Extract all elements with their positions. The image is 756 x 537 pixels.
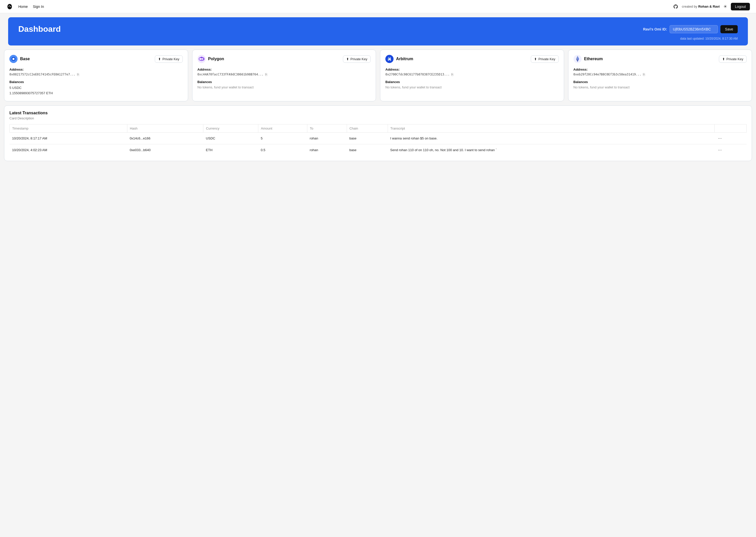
polygon-balance-empty: No tokens, fund your wallet to transact xyxy=(198,85,371,89)
svg-point-3 xyxy=(13,58,15,60)
polygon-logo-icon xyxy=(198,55,206,63)
logout-button[interactable]: Logout xyxy=(731,3,750,10)
tx-timestamp-1: 10/20/2024, 8:17:17 AM xyxy=(10,132,127,144)
arbitrum-balance-empty: No tokens, fund your wallet to transact xyxy=(385,85,559,89)
base-address-value: 0x08217572cC2eE0174145cFE0A1277e7... ⎘ xyxy=(9,72,183,76)
arbitrum-balances-label: Balances xyxy=(385,80,559,84)
wallet-card-ethereum: Ethereum ⬆ Private Key Address: 0xeb29f2… xyxy=(568,50,752,102)
base-private-key-button[interactable]: ⬆ Private Key xyxy=(155,55,183,63)
tx-to-1: rohan xyxy=(307,132,347,144)
dashboard-title: Dashboard xyxy=(18,24,61,34)
col-chain: Chain xyxy=(347,124,388,132)
polygon-address-value: 0xc44A70facC733fFA9dC30661b98B764... ⎘ xyxy=(198,72,371,76)
tx-to-2: rohan xyxy=(307,144,347,156)
tx-actions-1: ··· xyxy=(715,132,747,144)
home-link[interactable]: Home xyxy=(18,5,28,9)
ethereum-balances-label: Balances xyxy=(573,80,747,84)
dashboard-header-top: Dashboard Ravi's Omi ID: Save xyxy=(18,24,738,34)
created-by-label: created by Rohan & Ravi xyxy=(682,5,720,8)
col-hash: Hash xyxy=(127,124,203,132)
ethereum-address-value: 0xeb29f20Cc94e7B8C0Ef3b3c58ea31419... ⎘ xyxy=(573,72,747,76)
upload-icon: ⬆ xyxy=(158,57,161,61)
navbar: Home Sign In created by Rohan & Ravi ☀ L… xyxy=(0,0,756,13)
col-transcript: Transcript xyxy=(388,124,715,132)
wallet-card-header-ethereum: Ethereum ⬆ Private Key xyxy=(573,55,747,63)
transactions-description: Card Description xyxy=(9,116,747,120)
wallet-card-arbitrum: Arbitrum ⬆ Private Key Address: 0x2700Cf… xyxy=(380,50,564,102)
transactions-table-header: Timestamp Hash Currency Amount To Chain … xyxy=(10,124,747,132)
transactions-table: Timestamp Hash Currency Amount To Chain … xyxy=(9,124,747,156)
data-updated-label: data last updated: 10/20/2024, 8:17:30 A… xyxy=(18,37,738,40)
tx-amount-2: 0.5 xyxy=(258,144,307,156)
signin-link[interactable]: Sign In xyxy=(33,5,44,9)
polygon-address-label: Address: xyxy=(198,67,371,71)
col-timestamp: Timestamp xyxy=(10,124,127,132)
svg-point-0 xyxy=(10,6,11,7)
col-amount: Amount xyxy=(258,124,307,132)
tx-more-button-2[interactable]: ··· xyxy=(717,147,723,153)
tx-transcript-1: I wanna send rohan $5 on base. xyxy=(388,132,715,144)
col-to: To xyxy=(307,124,347,132)
wallet-name-row-ethereum: Ethereum xyxy=(573,55,603,63)
base-address-label: Address: xyxy=(9,67,183,71)
polygon-copy-icon[interactable]: ⎘ xyxy=(265,72,267,76)
theme-toggle-button[interactable]: ☀ xyxy=(723,4,727,9)
base-balances-label: Balances xyxy=(9,80,183,84)
omi-id-input[interactable] xyxy=(670,25,718,33)
tx-actions-2: ··· xyxy=(715,144,747,156)
ethereum-private-key-button[interactable]: ⬆ Private Key xyxy=(719,55,747,63)
arbitrum-address-label: Address: xyxy=(385,67,559,71)
tx-more-button-1[interactable]: ··· xyxy=(717,136,723,141)
ethereum-balance-empty: No tokens, fund your wallet to transact xyxy=(573,85,747,89)
tx-amount-1: 5 xyxy=(258,132,307,144)
tx-hash-2: 0xe033...b640 xyxy=(127,144,203,156)
wallet-card-header-arbitrum: Arbitrum ⬆ Private Key xyxy=(385,55,559,63)
tx-hash-1: 0x14c6...e166 xyxy=(127,132,203,144)
upload-icon: ⬆ xyxy=(722,57,725,61)
col-actions xyxy=(715,124,747,132)
wallet-name-row-polygon: Polygon xyxy=(198,55,224,63)
arbitrum-copy-icon[interactable]: ⎘ xyxy=(451,72,453,76)
ethereum-copy-icon[interactable]: ⎘ xyxy=(643,72,645,76)
tx-currency-1: USDC xyxy=(203,132,258,144)
wallet-card-header-base: Base ⬆ Private Key xyxy=(9,55,183,63)
tx-chain-2: base xyxy=(347,144,388,156)
ethereum-logo-icon xyxy=(573,55,582,63)
navbar-right: created by Rohan & Ravi ☀ Logout xyxy=(673,3,750,10)
base-wallet-name: Base xyxy=(20,57,30,61)
polygon-private-key-button[interactable]: ⬆ Private Key xyxy=(343,55,371,63)
upload-icon: ⬆ xyxy=(534,57,537,61)
ethereum-wallet-name: Ethereum xyxy=(584,57,603,61)
wallet-cards-grid: Base ⬆ Private Key Address: 0x08217572cC… xyxy=(4,50,752,102)
omi-id-label: Ravi's Omi ID: xyxy=(643,27,667,31)
polygon-wallet-name: Polygon xyxy=(208,57,224,61)
arbitrum-address-value: 0x2700Cfdc98C6177b078387CE235D13... ⎘ xyxy=(385,72,559,76)
ethereum-address-label: Address: xyxy=(573,67,747,71)
main-content: Dashboard Ravi's Omi ID: Save data last … xyxy=(0,17,756,165)
save-button[interactable]: Save xyxy=(720,25,738,33)
svg-point-4 xyxy=(198,55,206,63)
base-copy-icon[interactable]: ⎘ xyxy=(77,72,79,76)
wallet-card-base: Base ⬆ Private Key Address: 0x08217572cC… xyxy=(4,50,188,102)
transactions-title: Latest Transactions xyxy=(9,111,747,115)
wallet-name-row-base: Base xyxy=(9,55,30,63)
arbitrum-private-key-button[interactable]: ⬆ Private Key xyxy=(531,55,558,63)
arbitrum-wallet-name: Arbitrum xyxy=(396,57,413,61)
tx-timestamp-2: 10/20/2024, 4:02:23 AM xyxy=(10,144,127,156)
transactions-table-body: 10/20/2024, 8:17:17 AM 0x14c6...e166 USD… xyxy=(10,132,747,156)
arbitrum-logo-icon xyxy=(385,55,393,63)
sun-icon: ☀ xyxy=(723,4,727,9)
tx-currency-2: ETH xyxy=(203,144,258,156)
wallet-card-polygon: Polygon ⬆ Private Key Address: 0xc44A70f… xyxy=(192,50,376,102)
wallet-card-header-polygon: Polygon ⬆ Private Key xyxy=(198,55,371,63)
table-row: 10/20/2024, 8:17:17 AM 0x14c6...e166 USD… xyxy=(10,132,747,144)
github-icon xyxy=(673,4,678,9)
base-logo-icon xyxy=(9,55,18,63)
polygon-balances-label: Balances xyxy=(198,80,371,84)
dashboard-header: Dashboard Ravi's Omi ID: Save data last … xyxy=(8,17,748,46)
table-row: 10/20/2024, 4:02:23 AM 0xe033...b640 ETH… xyxy=(10,144,747,156)
base-balance-value: 5 USDC 1.155089893075727357 ETH xyxy=(9,85,183,96)
upload-icon: ⬆ xyxy=(346,57,349,61)
tx-chain-1: base xyxy=(347,132,388,144)
tx-transcript-2: Send rohan 110 of on 110 oh, no. Not 100… xyxy=(388,144,715,156)
